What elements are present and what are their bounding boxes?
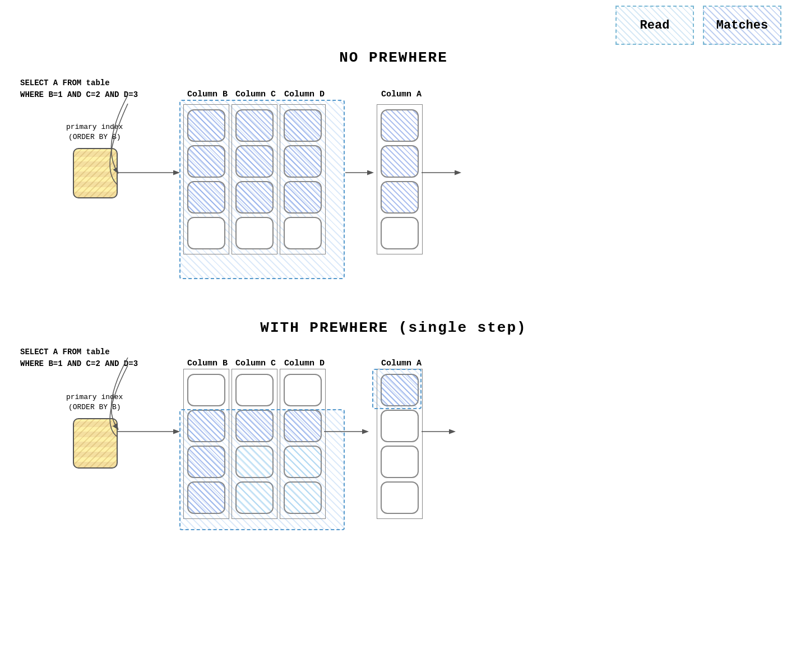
section1-title: NO PREWHERE bbox=[339, 49, 448, 66]
s1-d-cell1 bbox=[284, 109, 322, 142]
s2-a-cell3 bbox=[381, 446, 419, 478]
legend-read: Read bbox=[615, 6, 694, 45]
section1-sql: SELECT A FROM table WHERE B=1 AND C=2 AN… bbox=[20, 77, 138, 101]
s1-b-cell2 bbox=[187, 145, 225, 178]
s1-b-cell3 bbox=[187, 181, 225, 214]
s1-col-b-strip bbox=[183, 104, 229, 254]
legend: Read Matches bbox=[615, 6, 781, 45]
s1-d-cell3 bbox=[284, 181, 322, 214]
s2-a-cell4 bbox=[381, 481, 419, 514]
s1-col-a-strip bbox=[377, 104, 423, 254]
legend-matches-label: Matches bbox=[716, 18, 768, 33]
s2-col-d-label: Column D bbox=[284, 359, 325, 368]
s1-a-cell3 bbox=[381, 181, 419, 214]
s2-cola-match-bg bbox=[372, 369, 422, 409]
section2-title: WITH PREWHERE (single step) bbox=[260, 319, 526, 336]
s1-b-cell1 bbox=[187, 109, 225, 142]
s1-d-cell4 bbox=[284, 217, 322, 249]
s1-col-b-label: Column B bbox=[187, 90, 228, 99]
s1-col-a-label: Column A bbox=[381, 90, 422, 99]
legend-read-label: Read bbox=[640, 18, 670, 33]
s2-d-cell0 bbox=[284, 374, 322, 406]
section1-index-label: primary index (ORDER BY B) bbox=[66, 122, 123, 142]
s2-b-cell0 bbox=[187, 374, 225, 406]
s1-b-cell4 bbox=[187, 217, 225, 249]
s1-c-cell2 bbox=[235, 145, 274, 178]
section2-index-box bbox=[73, 418, 118, 469]
s2-group-bg bbox=[179, 409, 345, 530]
s1-a-cell2 bbox=[381, 145, 419, 178]
s2-col-c-label: Column C bbox=[235, 359, 276, 368]
s2-col-a-label: Column A bbox=[381, 359, 422, 368]
s1-d-cell2 bbox=[284, 145, 322, 178]
s2-c-cell0 bbox=[235, 374, 274, 406]
s1-c-cell1 bbox=[235, 109, 274, 142]
s1-col-c-label: Column C bbox=[235, 90, 276, 99]
s2-a-cell2 bbox=[381, 410, 419, 442]
s1-col-d-label: Column D bbox=[284, 90, 325, 99]
s1-col-c-strip bbox=[232, 104, 277, 254]
section1-index-box bbox=[73, 148, 118, 198]
s1-col-d-strip bbox=[280, 104, 326, 254]
s1-c-cell3 bbox=[235, 181, 274, 214]
section2-sql: SELECT A FROM table WHERE B=1 AND C=2 AN… bbox=[20, 346, 138, 370]
s1-a-cell4 bbox=[381, 217, 419, 249]
section2-index-label: primary index (ORDER BY B) bbox=[66, 392, 123, 413]
legend-matches: Matches bbox=[703, 6, 781, 45]
s2-col-b-label: Column B bbox=[187, 359, 228, 368]
s1-c-cell4 bbox=[235, 217, 274, 249]
s1-a-cell1 bbox=[381, 109, 419, 142]
